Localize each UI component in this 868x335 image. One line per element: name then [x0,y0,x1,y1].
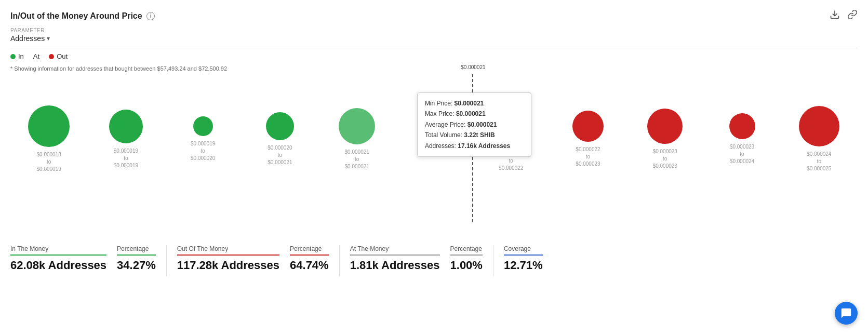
stat-block-at-pct: Percentage 1.00% [450,245,493,272]
divider [10,48,858,48]
legend-out: Out [49,52,68,60]
chat-button[interactable] [835,302,858,325]
stat-label-out-the-money: Out Of The Money [177,245,279,256]
bubble-range-5: $0.000021to$0.000021 [345,149,369,170]
bubble-col-3: $0.000019to$0.000020 [165,116,242,162]
legend-label-out: Out [57,52,68,60]
bubble-range-3: $0.000019to$0.000020 [191,140,215,162]
bubble-9 [647,109,683,144]
stat-value-out-pct: 64.74% [290,259,329,272]
stat-block-in-the-money: In The Money 62.08k Addresses [10,245,117,272]
current-price-label: $0.000021 [461,64,485,70]
page-title: In/Out of the Money Around Price [10,11,142,21]
stat-divider-2 [339,245,340,276]
stat-divider-1 [166,245,167,276]
stat-label-coverage: Coverage [504,245,543,256]
bubble-range-2: $0.000019to$0.000019 [114,148,138,169]
info-text: * Showing information for addresses that… [10,65,858,72]
tooltip-avg-label: Average Price: [425,121,466,128]
bubble-col-11: $0.000024to$0.000025 [781,106,858,172]
bubble-range-1: $0.000018to$0.000019 [36,151,61,173]
tooltip-min-value: $0.000021 [455,100,484,107]
legend-dot-in [10,54,16,59]
tooltip-vol-value: 3.22t SHIB [464,131,495,139]
param-value: Addresses [10,34,45,43]
legend-label-in: In [18,52,24,60]
tooltip-addr-value: 17.16k Addresses [458,142,510,150]
stat-value-at-pct: 1.00% [450,259,483,272]
stat-divider-3 [493,245,493,276]
tooltip-max-label: Max Price: [425,110,455,117]
bubble-col-4: $0.000020to$0.000021 [242,112,318,166]
stat-block-coverage: Coverage 12.71% [504,245,553,272]
stat-label-out-pct: Percentage [290,245,329,256]
bubble-range-11: $0.000024to$0.000025 [807,151,831,172]
bubble-5 [339,108,375,144]
legend-in: In [10,52,24,60]
tooltip-max-value: $0.000021 [456,110,486,117]
stat-label-at-pct: Percentage [450,245,483,256]
stat-block-at-the-money: At The Money 1.81k Addresses [350,245,450,272]
param-select[interactable]: Addresses ▾ [10,34,858,43]
link-button[interactable] [847,9,858,22]
chart-area: Min Price: $0.000021 Max Price: $0.00002… [10,87,858,233]
tooltip-avg-value: $0.000021 [468,121,497,128]
bubble-col-5: $0.000021to$0.000021 [318,108,395,170]
bubble-10 [729,113,755,139]
bubble-11 [799,106,839,146]
download-button[interactable] [830,9,840,22]
bubble-range-8: $0.000022to$0.000023 [576,146,600,168]
bubble-8 [572,111,604,142]
stat-block-out-pct: Percentage 64.74% [290,245,339,272]
legend-label-at: At [33,52,39,60]
bubble-3 [193,116,213,136]
legend-at: At [33,52,39,60]
bubble-4 [266,112,294,140]
legend-dot-out [49,54,54,59]
info-icon[interactable]: i [146,12,155,20]
bubble-col-10: $0.000023to$0.000024 [703,113,780,165]
tooltip-min-label: Min Price: [425,100,452,107]
stat-value-coverage: 12.71% [504,259,543,272]
bubble-1 [28,105,70,147]
tooltip-box: Min Price: $0.000021 Max Price: $0.00002… [417,92,531,157]
stat-block-out-the-money: Out Of The Money 117.28k Addresses [177,245,290,272]
stat-label-at-the-money: At The Money [350,245,440,256]
bubble-range-10: $0.000023to$0.000024 [730,143,754,165]
param-label: PARAMETER [10,28,858,33]
bubble-col-9: $0.000023to$0.000023 [626,109,703,170]
parameter-section: PARAMETER Addresses ▾ [10,28,858,43]
bubble-range-9: $0.000023to$0.000023 [653,148,677,170]
stat-label-in-pct: Percentage [117,245,156,256]
stat-value-in-pct: 34.27% [117,259,156,272]
stat-value-in-the-money: 62.08k Addresses [10,259,106,272]
bubble-col-1: $0.000018to$0.000019 [10,105,87,173]
tooltip-addr-label: Addresses: [425,142,456,150]
bubble-range-4: $0.000020to$0.000021 [268,144,292,166]
bubble-col-8: $0.000022to$0.000023 [550,111,626,168]
stat-value-at-the-money: 1.81k Addresses [350,259,440,272]
legend-row: In At Out [10,52,858,60]
stats-row: In The Money 62.08k Addresses Percentage… [10,238,858,276]
stat-label-in-the-money: In The Money [10,245,106,256]
tooltip-vol-label: Total Volume: [425,131,462,139]
chevron-down-icon: ▾ [47,35,50,42]
bubble-2 [109,110,143,143]
bubble-col-2: $0.000019to$0.000019 [87,110,164,169]
stat-block-in-pct: Percentage 34.27% [117,245,166,272]
stat-value-out-the-money: 117.28k Addresses [177,259,279,272]
